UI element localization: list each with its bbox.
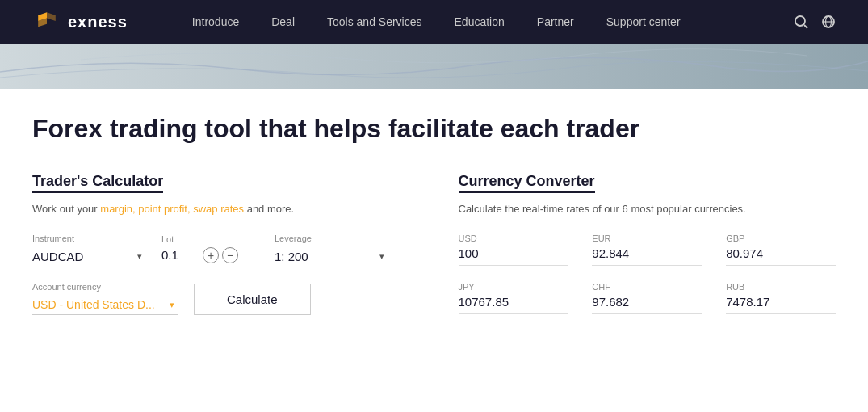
- instrument-select[interactable]: AUDCAD EURUSD GBPUSD: [32, 246, 145, 267]
- converter-section: Currency Converter Calculate the real-ti…: [459, 173, 837, 315]
- svg-point-3: [795, 16, 805, 26]
- globe-button[interactable]: [821, 15, 836, 29]
- search-button[interactable]: [794, 15, 808, 29]
- lot-increment-button[interactable]: +: [203, 247, 219, 263]
- instrument-select-wrapper: AUDCAD EURUSD GBPUSD ▾: [32, 246, 145, 267]
- nav-links: Introduce Deal Tools and Services Educat…: [176, 0, 794, 44]
- globe-icon: [821, 15, 836, 29]
- svg-line-4: [804, 25, 807, 28]
- nav-link-deal[interactable]: Deal: [255, 0, 311, 44]
- account-currency-group: Account currency USD - United States D..…: [32, 282, 178, 315]
- calculator-description: Work out your margin, point profit, swap…: [32, 201, 410, 217]
- currency-item-chf: CHF: [592, 282, 702, 314]
- currency-item-usd: USD: [459, 233, 568, 266]
- nav-link-partner[interactable]: Partner: [521, 0, 590, 44]
- calculator-desc-end: and more.: [244, 203, 294, 215]
- logo[interactable]: exness: [32, 11, 128, 33]
- leverage-select-wrapper: 1: 200 1: 100 1: 500 ▾: [275, 246, 388, 267]
- calculator-section: Trader's Calculator Work out your margin…: [32, 173, 410, 315]
- calculator-desc-plain: Work out your: [32, 203, 100, 215]
- converter-title: Currency Converter: [459, 173, 595, 193]
- nav-link-tools[interactable]: Tools and Services: [311, 0, 438, 44]
- account-currency-select[interactable]: USD - United States D... EUR - Euro GBP …: [32, 295, 178, 315]
- currency-label-rub: RUB: [726, 282, 836, 292]
- leverage-select[interactable]: 1: 200 1: 100 1: 500: [275, 246, 388, 267]
- currency-item-gbp: GBP: [726, 233, 836, 266]
- lot-input[interactable]: [161, 248, 198, 262]
- hero-map-svg: [0, 44, 868, 89]
- nav-link-introduce[interactable]: Introduce: [176, 0, 255, 44]
- logo-text: exness: [68, 13, 128, 32]
- leverage-group: Leverage 1: 200 1: 100 1: 500 ▾: [275, 233, 388, 267]
- lot-decrement-button[interactable]: −: [222, 247, 238, 263]
- currency-label-eur: EUR: [592, 233, 702, 243]
- currency-input-chf[interactable]: [592, 295, 702, 309]
- nav-icons: [794, 15, 836, 29]
- hero-background: [0, 44, 868, 89]
- tools-grid: Trader's Calculator Work out your margin…: [32, 173, 836, 315]
- lot-label: Lot: [161, 234, 258, 244]
- currency-grid: USD EUR GBP JPY CHF: [459, 233, 837, 314]
- currency-label-usd: USD: [459, 233, 568, 243]
- currency-label-chf: CHF: [592, 282, 702, 292]
- calculator-title: Trader's Calculator: [32, 173, 163, 193]
- lot-group: Lot + −: [161, 234, 258, 267]
- currency-label-jpy: JPY: [459, 282, 568, 292]
- calculator-row-2: Account currency USD - United States D..…: [32, 282, 410, 315]
- currency-input-eur[interactable]: [592, 246, 702, 260]
- main-content: Forex trading tool that helps facilitate…: [0, 89, 868, 347]
- nav-link-education[interactable]: Education: [438, 0, 521, 44]
- lot-controls: + −: [203, 247, 238, 263]
- page-headline: Forex trading tool that helps facilitate…: [32, 113, 836, 144]
- currency-item-rub: RUB: [726, 282, 836, 314]
- lot-input-wrapper: + −: [161, 247, 258, 267]
- svg-marker-2: [47, 12, 56, 21]
- currency-input-gbp[interactable]: [726, 246, 836, 260]
- currency-input-jpy[interactable]: [459, 295, 568, 309]
- account-currency-select-wrapper: USD - United States D... EUR - Euro GBP …: [32, 295, 178, 315]
- currency-label-gbp: GBP: [726, 233, 836, 243]
- navbar: exness Introduce Deal Tools and Services…: [0, 0, 868, 44]
- search-icon: [794, 15, 808, 29]
- currency-input-usd[interactable]: [459, 246, 568, 260]
- currency-item-jpy: JPY: [459, 282, 568, 314]
- account-currency-label: Account currency: [32, 282, 178, 292]
- currency-input-rub[interactable]: [726, 295, 836, 309]
- calculate-button[interactable]: Calculate: [194, 284, 311, 315]
- svg-rect-8: [0, 44, 868, 89]
- calculator-desc-highlight: margin, point profit, swap rates: [100, 203, 244, 215]
- calculator-row-1: Instrument AUDCAD EURUSD GBPUSD ▾ Lot: [32, 233, 410, 267]
- nav-link-support[interactable]: Support center: [590, 0, 697, 44]
- converter-description: Calculate the real-time rates of our 6 m…: [459, 201, 837, 217]
- instrument-group: Instrument AUDCAD EURUSD GBPUSD ▾: [32, 233, 145, 267]
- leverage-label: Leverage: [275, 233, 388, 243]
- instrument-label: Instrument: [32, 233, 145, 243]
- currency-item-eur: EUR: [592, 233, 702, 266]
